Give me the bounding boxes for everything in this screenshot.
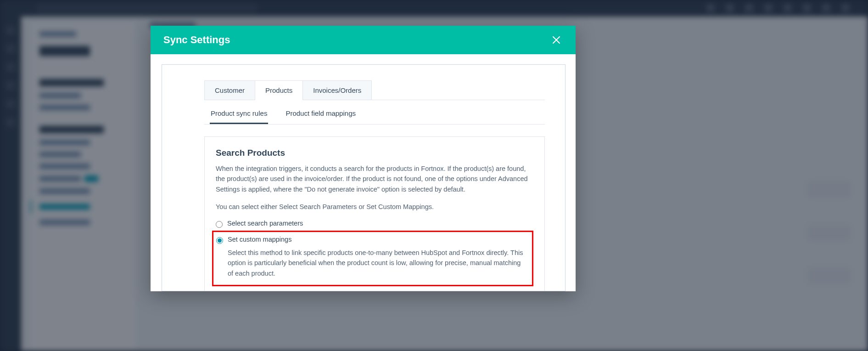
search-products-panel: Search Products When the integration tri… bbox=[204, 136, 545, 291]
panel-description-2: You can select either Select Search Para… bbox=[216, 202, 533, 212]
main-tabs: Customer Products Invoices/Orders bbox=[204, 80, 545, 100]
highlight-box: Set custom mappings Select this method t… bbox=[212, 231, 533, 286]
sync-settings-modal: Sync Settings Customer Products Invoices… bbox=[151, 26, 576, 291]
tab-customer[interactable]: Customer bbox=[204, 80, 255, 100]
tab-invoices-orders[interactable]: Invoices/Orders bbox=[302, 80, 372, 100]
sub-tabs: Product sync rules Product field mapping… bbox=[204, 103, 545, 125]
radio-select-search-parameters[interactable]: Select search parameters bbox=[216, 220, 533, 228]
radio-input-search-parameters[interactable] bbox=[216, 221, 223, 228]
subtab-product-sync-rules[interactable]: Product sync rules bbox=[210, 103, 268, 124]
radio-set-custom-mappings[interactable]: Set custom mappings bbox=[216, 236, 526, 244]
close-icon[interactable] bbox=[550, 34, 563, 46]
subtab-product-field-mappings[interactable]: Product field mappings bbox=[285, 103, 357, 124]
panel-description-1: When the integration triggers, it conduc… bbox=[216, 164, 533, 194]
modal-header: Sync Settings bbox=[151, 26, 576, 54]
custom-mappings-description: Select this method to link specific prod… bbox=[228, 248, 526, 278]
panel-title: Search Products bbox=[216, 148, 533, 158]
radio-input-custom-mappings[interactable] bbox=[216, 237, 223, 244]
radio-label-search-parameters: Select search parameters bbox=[227, 220, 303, 227]
radio-label-custom-mappings: Set custom mappings bbox=[228, 236, 291, 243]
modal-body[interactable]: Customer Products Invoices/Orders Produc… bbox=[162, 64, 566, 291]
tab-products[interactable]: Products bbox=[255, 80, 303, 100]
modal-body-wrap: Customer Products Invoices/Orders Produc… bbox=[151, 54, 576, 291]
modal-title: Sync Settings bbox=[163, 34, 230, 46]
